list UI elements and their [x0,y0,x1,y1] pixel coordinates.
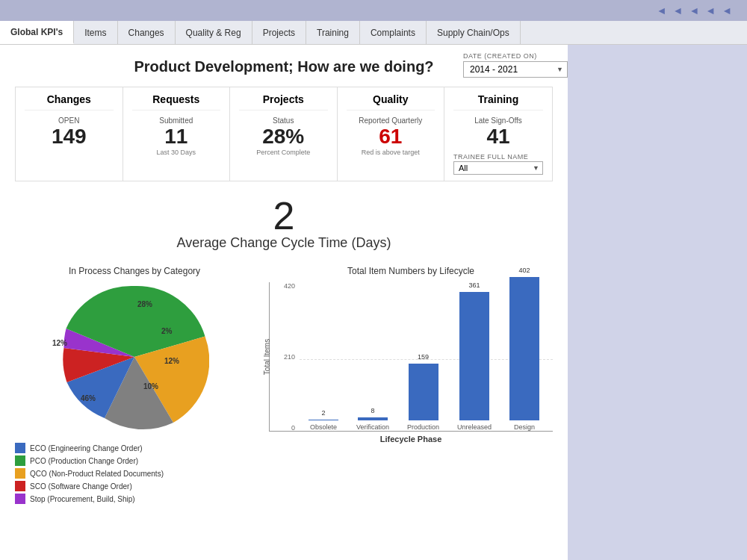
legend-eco: ECO (Engineering Change Order) [15,443,254,453]
y-axis-labels: 420 210 0 [270,282,298,432]
y-label-210: 210 [284,353,295,361]
date-filter-label: DATE (CREATED ON) [463,52,568,60]
kpi-card-changes: Changes OPEN 149 [16,87,123,181]
tab-items[interactable]: Items [74,21,117,44]
kpi-requests-sublabel: Submitted [132,116,221,125]
pie-chart-svg [60,282,209,432]
tab-complaints[interactable]: Complaints [360,21,427,44]
bar-obsolete-rect: 2 [309,420,338,420]
legend-stop-label: Stop (Procurement, Build, Ship) [30,495,135,503]
kpi-projects-header: Projects [239,93,328,111]
cycle-time-label: Average Change Cycle Time (Days) [15,235,553,251]
y-label-420: 420 [284,282,295,290]
bar-design: 402 Design [509,277,539,431]
pie-label-other: 12% [164,357,179,365]
y-label-0: 0 [291,424,295,432]
bar-production: 159 Production [407,364,439,431]
tab-bar: Global KPI's Items Changes Quality & Reg… [0,21,747,45]
legend-sco-label: SCO (Software Change Order) [30,482,132,491]
bar-unreleased-label: 361 [469,281,480,289]
kpi-changes-header: Changes [25,93,114,111]
bar-production-xlabel: Production [407,423,439,431]
trainee-select[interactable]: All [453,161,543,175]
bar-unreleased-rect: 361 [459,292,489,420]
kpi-projects-sublabel: Status [239,116,328,125]
bar-production-label: 159 [418,353,429,361]
nav-arrow-4[interactable]: ◄ [705,4,716,16]
kpi-training-value: 41 [453,125,543,149]
legend-stop-color [15,494,25,504]
tab-training[interactable]: Training [306,21,360,44]
legend-eco-label: ECO (Engineering Change Order) [30,444,143,452]
nav-arrow-1[interactable]: ◄ [657,4,667,16]
x-axis-title: Lifecycle Phase [269,435,553,444]
bar-chart-area: Total Items 420 210 0 2 [269,282,553,432]
bar-verification-label: 8 [371,407,375,414]
pie-label-other-top: 2% [161,327,172,335]
bar-obsolete: 2 Obsolete [309,420,338,431]
legend-pco: PCO (Production Change Order) [15,455,254,466]
date-select-wrapper[interactable]: 2014 - 2021 [463,61,568,78]
kpi-changes-sublabel: OPEN [25,116,114,125]
kpi-requests-note: Last 30 Days [132,149,221,156]
pie-label-gray: 12% [52,339,67,347]
legend-qco: QCO (Non-Product Related Documents) [15,468,254,479]
kpi-quality-sublabel: Reported Quarterly [347,116,436,125]
kpi-cards-row: Changes OPEN 149 Requests Submitted 11 L… [15,87,553,181]
bar-unreleased: 361 Unreleased [457,292,492,431]
bar-design-label: 402 [519,267,530,274]
bar-obsolete-label: 2 [321,409,325,417]
trainee-select-wrapper[interactable]: All [453,161,543,175]
nav-arrow-2[interactable]: ◄ [673,4,684,16]
bar-unreleased-xlabel: Unreleased [457,423,492,431]
tab-supply-chain[interactable]: Supply Chain/Ops [427,21,521,44]
main-content: Product Development; How are we doing? C… [0,45,568,560]
legend-stop: Stop (Procurement, Build, Ship) [15,494,254,504]
bar-chart-wrapper: Total Items 420 210 0 2 [269,282,553,454]
legend-qco-color [15,468,25,479]
pie-chart-container: 28% 2% 12% 10% 46% 12% [60,282,209,432]
legend-qco-label: QCO (Non-Product Related Documents) [30,470,164,478]
legend-pco-label: PCO (Production Change Order) [30,457,138,465]
kpi-card-training: Training Late Sign-Offs 41 TRAINEE FULL … [444,87,552,181]
trainee-filter: TRAINEE FULL NAME All [453,153,543,175]
date-filter-container: DATE (CREATED ON) 2014 - 2021 [463,52,568,78]
legend-sco-color [15,481,25,491]
bar-chart-section: Total Item Numbers by Lifecycle Total It… [269,266,553,454]
kpi-training-header: Training [453,93,543,111]
kpi-projects-value: 28% [239,125,328,149]
kpi-requests-value: 11 [132,125,221,149]
pie-chart-title: In Process Changes by Category [15,266,254,276]
bar-verification: 8 Verification [356,417,389,431]
right-sidebar [568,45,747,560]
tab-quality-reg[interactable]: Quality & Reg [176,21,252,44]
nav-arrow-5[interactable]: ◄ [722,4,732,16]
date-select[interactable]: 2014 - 2021 [463,61,568,78]
legend-sco: SCO (Software Change Order) [15,481,254,491]
kpi-quality-header: Quality [347,93,436,111]
kpi-training-sublabel: Late Sign-Offs [453,116,543,125]
kpi-card-requests: Requests Submitted 11 Last 30 Days [123,87,231,181]
top-navigation-bar: ◄ ◄ ◄ ◄ ◄ [0,0,747,21]
kpi-changes-value: 149 [25,125,114,149]
bar-chart-title: Total Item Numbers by Lifecycle [269,266,553,276]
tab-changes[interactable]: Changes [118,21,176,44]
kpi-quality-note: Red is above target [347,149,436,156]
pie-label-qco: 28% [137,300,152,308]
kpi-card-quality: Quality Reported Quarterly 61 Red is abo… [338,87,445,181]
pie-chart-section: In Process Changes by Category [15,266,254,506]
pie-legend: ECO (Engineering Change Order) PCO (Prod… [15,443,254,504]
tab-global-kpis[interactable]: Global KPI's [0,21,74,44]
cycle-time-number: 2 [15,196,553,235]
bar-verification-rect: 8 [358,417,388,420]
legend-eco-color [15,443,25,453]
kpi-requests-header: Requests [132,93,221,111]
kpi-card-projects: Projects Status 28% Percent Complete [230,87,338,181]
kpi-quality-value: 61 [347,125,436,149]
nav-arrow-3[interactable]: ◄ [689,4,699,16]
charts-row: In Process Changes by Category [15,266,553,506]
legend-pco-color [15,455,25,466]
tab-projects[interactable]: Projects [252,21,306,44]
trainee-filter-label: TRAINEE FULL NAME [453,153,543,161]
cycle-time-section: 2 Average Change Cycle Time (Days) [15,196,553,251]
